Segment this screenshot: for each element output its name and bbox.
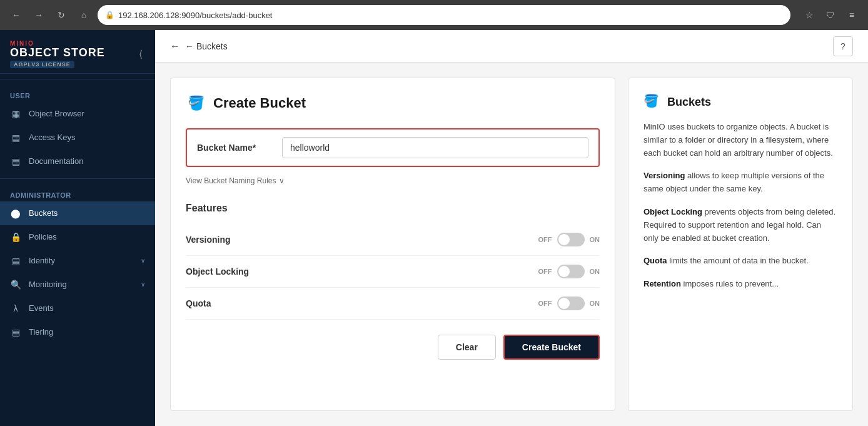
info-para1: MinIO uses buckets to organize objects. … [643,121,837,160]
sidebar-item-label: Buckets [29,208,145,218]
sidebar: MINIO OBJECT STORE AGPLV3 LICENSE ⟨ User… [0,30,155,426]
logo-container: MINIO OBJECT STORE AGPLV3 LICENSE [10,40,105,68]
license-badge: AGPLV3 LICENSE [10,61,74,68]
events-icon: λ [10,303,21,314]
naming-rules-link[interactable]: View Bucket Naming Rules ∨ [186,176,285,185]
sidebar-section-user: User [0,84,155,102]
object-browser-icon: ▦ [10,108,21,119]
versioning-on-label: ON [590,236,600,243]
main-content: ← ← Buckets ? 🪣 Create Bucket Bucket Nam… [155,30,868,426]
info-versioning: Versioning allows to keep multiple versi… [643,170,837,196]
refresh-button[interactable]: ↻ [53,6,70,24]
info-panel-title-text: Buckets [667,96,711,109]
versioning-toggle-row: Versioning OFF ON [186,224,600,256]
naming-rules-chevron-icon: ∨ [279,176,285,185]
sidebar-section-admin: Administrator [0,184,155,201]
bucket-name-input[interactable] [282,137,588,158]
quota-on-label: ON [590,300,600,307]
app-layout: MINIO OBJECT STORE AGPLV3 LICENSE ⟨ User… [0,30,868,426]
address-bar[interactable]: 🔒 192.168.206.128:9090/buckets/add-bucke… [98,5,790,25]
create-bucket-button[interactable]: Create Bucket [503,335,600,360]
sidebar-item-buckets[interactable]: ⬤ Buckets [0,201,155,225]
clear-button[interactable]: Clear [438,335,496,360]
quota-label: Quota [186,298,538,308]
sidebar-item-label: Documentation [29,156,145,166]
info-bucket-icon: 🪣 [643,93,661,111]
access-keys-icon: ▤ [10,132,21,143]
help-button[interactable]: ? [833,36,853,56]
info-quota-title: Quota [643,256,667,265]
sidebar-item-object-browser[interactable]: ▦ Object Browser [0,102,155,126]
tiering-icon: ▤ [10,327,21,338]
info-retention-text: imposes rules to prevent... [684,279,779,288]
sidebar-collapse-button[interactable]: ⟨ [136,46,145,63]
object-locking-off-label: OFF [538,268,552,275]
quota-toggle-row: Quota OFF ON [186,288,600,320]
info-panel-title: 🪣 Buckets [643,93,837,111]
sidebar-item-monitoring[interactable]: 🔍 Monitoring ∨ [0,273,155,297]
create-bucket-form-panel: 🪣 Create Bucket Bucket Name* View Bucket… [170,78,615,411]
logo-license: AGPLV3 LICENSE [10,61,105,68]
sidebar-item-label: Events [29,303,145,313]
back-to-buckets-link[interactable]: ← ← Buckets [170,41,228,52]
sidebar-item-label: Object Browser [29,109,145,118]
sidebar-item-events[interactable]: λ Events [0,297,155,320]
bookmark-button[interactable]: ☆ [800,6,818,24]
object-locking-toggle[interactable] [557,265,585,278]
policies-icon: 🔒 [10,231,21,243]
back-button[interactable]: ← [8,6,25,24]
object-locking-on-label: ON [590,268,600,275]
versioning-toggle[interactable] [557,233,585,246]
features-section: Features Versioning OFF ON Object Lockin… [186,203,600,320]
info-retention: Retention imposes rules to prevent... [643,278,837,291]
features-title: Features [186,203,600,214]
back-arrow-icon: ← [170,41,180,52]
security-icon: 🔒 [105,11,114,19]
sidebar-item-label: Policies [29,232,145,241]
buckets-icon: ⬤ [10,208,21,219]
quota-off-label: OFF [538,300,552,307]
sidebar-item-label: Tiering [29,327,145,337]
back-link-text: ← Buckets [185,41,228,51]
sidebar-divider-top [0,79,155,79]
browser-chrome: ← → ↻ ⌂ 🔒 192.168.206.128:9090/buckets/a… [0,0,868,30]
forward-button[interactable]: → [30,6,48,24]
info-quota-text: limits the amount of data in the bucket. [669,256,809,265]
quota-toggle[interactable] [557,297,585,310]
info-versioning-title: Versioning [643,171,685,180]
form-actions: Clear Create Bucket [186,335,600,360]
sidebar-item-identity[interactable]: ▤ Identity ∨ [0,249,155,273]
info-retention-title: Retention [643,279,681,288]
url-text: 192.168.206.128:9090/buckets/add-bucket [118,11,783,20]
info-object-locking-title: Object Locking [643,207,702,216]
naming-rules-text: View Bucket Naming Rules [186,176,276,185]
content-area: 🪣 Create Bucket Bucket Name* View Bucket… [155,63,868,426]
shield-button[interactable]: 🛡 [822,6,839,24]
documentation-icon: ▤ [10,156,21,167]
identity-icon: ▤ [10,255,21,266]
object-locking-toggle-row: Object Locking OFF ON [186,256,600,288]
info-panel: 🪣 Buckets MinIO uses buckets to organize… [628,78,853,411]
sidebar-item-policies[interactable]: 🔒 Policies [0,225,155,249]
sidebar-item-label: Identity [29,256,133,265]
sidebar-item-tiering[interactable]: ▤ Tiering [0,320,155,344]
sidebar-item-label: Access Keys [29,133,145,142]
info-object-locking: Object Locking prevents objects from bei… [643,206,837,245]
sidebar-divider-mid [0,178,155,179]
chevron-down-icon: ∨ [141,281,145,288]
home-button[interactable]: ⌂ [75,6,93,24]
quota-toggle-control: OFF ON [538,297,600,310]
bucket-title-icon: 🪣 [186,93,206,113]
chevron-down-icon: ∨ [141,257,145,264]
sidebar-item-access-keys[interactable]: ▤ Access Keys [0,126,155,150]
sidebar-item-label: Monitoring [29,280,133,289]
versioning-off-label: OFF [538,236,552,243]
monitoring-icon: 🔍 [10,279,21,290]
sidebar-header: MINIO OBJECT STORE AGPLV3 LICENSE ⟨ [0,30,155,74]
object-locking-label: Object Locking [186,266,538,276]
sidebar-item-documentation[interactable]: ▤ Documentation [0,150,155,173]
logo-object-store: OBJECT STORE [10,47,105,59]
browser-actions: ☆ 🛡 ≡ [800,6,860,24]
menu-button[interactable]: ≡ [843,6,860,24]
form-panel-title-text: Create Bucket [213,95,306,111]
